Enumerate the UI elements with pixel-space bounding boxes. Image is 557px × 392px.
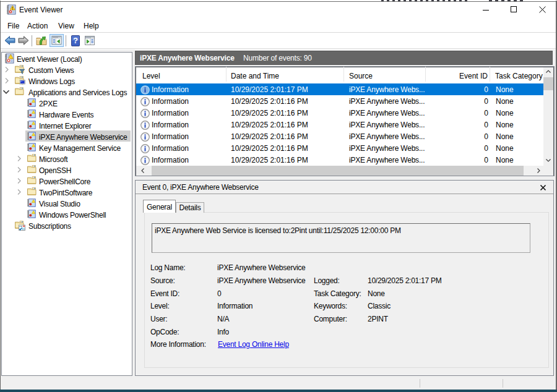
- svg-text:?: ?: [73, 36, 78, 45]
